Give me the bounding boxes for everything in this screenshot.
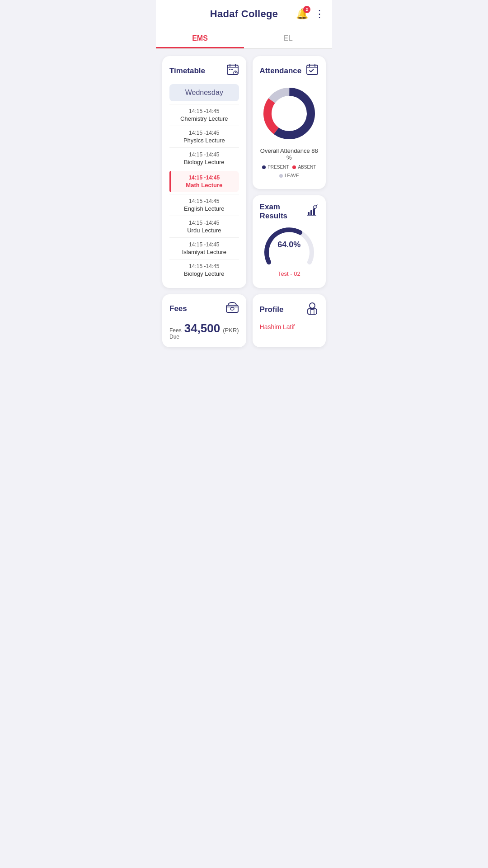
lecture-name-3: Math Lecture [171, 182, 237, 189]
svg-point-22 [314, 206, 316, 208]
attendance-icon [306, 63, 319, 79]
svg-rect-20 [313, 208, 315, 215]
exam-test-label: Test - 02 [260, 270, 319, 277]
timetable-day: Wednesday [169, 84, 239, 101]
legend-absent: ABSENT [292, 165, 316, 170]
attendance-overall-label: Overall Attendance 88 % [260, 147, 319, 161]
svg-rect-9 [307, 65, 318, 75]
lecture-item-5: 14:15 -14:45 Urdu Lecture [169, 216, 239, 237]
leave-dot [279, 174, 283, 178]
svg-point-28 [310, 303, 315, 308]
lecture-time-4: 14:15 -14:45 [171, 198, 237, 204]
tab-bar: EMS EL [156, 28, 332, 48]
lecture-time-5: 14:15 -14:45 [171, 220, 237, 226]
lecture-time-6: 14:15 -14:45 [171, 241, 237, 248]
notification-badge: 2 [303, 6, 310, 13]
more-options-icon[interactable]: ⋮ [314, 8, 324, 20]
donut-chart-container [260, 84, 319, 143]
main-content: Timetable Wednesday 14:15 -14:45 Chemist… [156, 49, 332, 354]
fees-title: Fees [169, 304, 187, 313]
absent-label: ABSENT [298, 165, 316, 170]
leave-label: LEAVE [285, 173, 299, 178]
profile-icon [306, 302, 319, 318]
exam-icon [306, 204, 319, 219]
lecture-name-2: Biology Lecture [171, 159, 237, 165]
svg-point-25 [230, 307, 234, 310]
tab-el[interactable]: EL [244, 28, 332, 48]
fees-amount: 34,500 [184, 321, 221, 335]
exam-results-card: Exam Results 64.0% Test - 02 [253, 195, 326, 288]
lecture-time-7: 14:15 -14:45 [171, 263, 237, 269]
svg-rect-18 [308, 212, 310, 215]
lecture-item-3: 14:15 -14:45 Math Lecture [169, 171, 239, 192]
app-title: Hadaf College [210, 8, 278, 20]
notification-bell[interactable]: 🔔 2 [296, 8, 308, 20]
lecture-time-1: 14:15 -14:45 [171, 130, 237, 136]
lecture-time-3: 14:15 -14:45 [171, 175, 237, 181]
lecture-item-6: 14:15 -14:45 Islamiyat Lecture [169, 237, 239, 259]
fees-currency: (PKR) [223, 327, 239, 334]
lecture-item-4: 14:15 -14:45 English Lecture [169, 194, 239, 216]
svg-rect-24 [226, 305, 238, 312]
attendance-title: Attendance [260, 66, 302, 75]
timetable-card: Timetable Wednesday 14:15 -14:45 Chemist… [162, 56, 246, 288]
tab-ems[interactable]: EMS [156, 28, 244, 48]
lecture-list: 14:15 -14:45 Chemistry Lecture 14:15 -14… [169, 104, 239, 281]
lecture-item-0: 14:15 -14:45 Chemistry Lecture [169, 104, 239, 126]
profile-header: Profile [260, 302, 319, 318]
header-actions: 🔔 2 ⋮ [296, 8, 324, 20]
fees-card: Fees Fees Due 34,500 (PKR) [162, 294, 246, 347]
svg-rect-19 [310, 210, 312, 215]
timetable-title: Timetable [169, 66, 205, 75]
profile-name: Hashim Latif [260, 323, 319, 330]
lecture-name-7: Biology Lecture [171, 270, 237, 277]
attendance-donut-chart [260, 84, 319, 143]
lecture-name-4: English Lecture [171, 205, 237, 212]
legend-present: PRESENT [262, 165, 289, 170]
present-label: PRESENT [267, 165, 289, 170]
profile-card: Profile Hashim Latif [253, 294, 326, 347]
absent-dot [292, 165, 296, 169]
svg-rect-7 [229, 69, 230, 70]
svg-rect-8 [231, 69, 233, 70]
lecture-item-1: 14:15 -14:45 Physics Lecture [169, 126, 239, 147]
fees-due-label: Fees Due [169, 327, 182, 340]
exam-header: Exam Results [260, 203, 319, 221]
attendance-header: Attendance [260, 63, 319, 79]
lecture-time-2: 14:15 -14:45 [171, 151, 237, 158]
timetable-header: Timetable [169, 63, 239, 79]
lecture-name-6: Islamiyat Lecture [171, 249, 237, 255]
exam-title: Exam Results [260, 203, 306, 221]
timetable-icon [226, 63, 239, 79]
profile-title: Profile [260, 305, 284, 314]
svg-line-23 [316, 205, 317, 206]
fees-due-row: Fees Due 34,500 (PKR) [169, 321, 239, 340]
exam-score: 64.0% [277, 240, 300, 249]
gauge-container: 64.0% [260, 226, 319, 267]
lecture-item-2: 14:15 -14:45 Biology Lecture [169, 147, 239, 169]
header: Hadaf College 🔔 2 ⋮ [156, 0, 332, 28]
attendance-legend: PRESENT ABSENT LEAVE [260, 165, 319, 178]
present-dot [262, 165, 266, 169]
fees-icon [225, 302, 239, 316]
fees-header: Fees [169, 302, 239, 316]
svg-point-17 [274, 98, 305, 129]
attendance-card: Attendance [253, 56, 326, 189]
lecture-time-0: 14:15 -14:45 [171, 108, 237, 114]
lecture-item-7: 14:15 -14:45 Biology Lecture [169, 259, 239, 281]
lecture-name-0: Chemistry Lecture [171, 115, 237, 122]
legend-leave: LEAVE [279, 173, 299, 178]
lecture-name-1: Physics Lecture [171, 137, 237, 144]
lecture-name-5: Urdu Lecture [171, 227, 237, 234]
